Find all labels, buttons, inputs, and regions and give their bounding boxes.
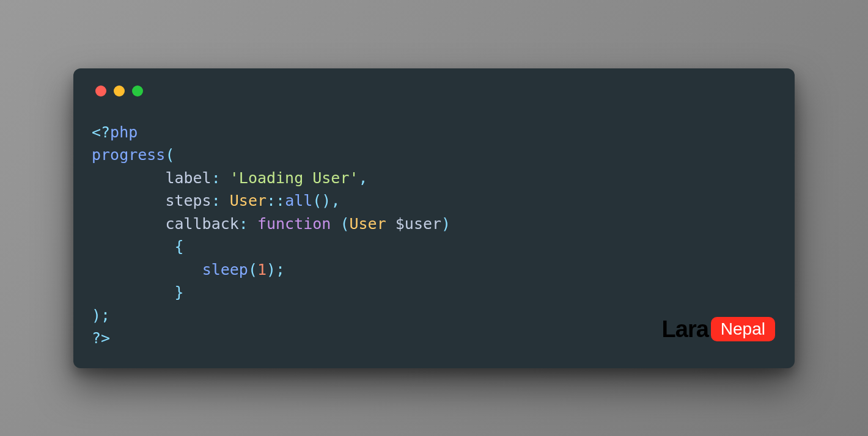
code-token: User (350, 215, 386, 233)
code-token: { (92, 238, 184, 255)
code-token: php (110, 123, 138, 141)
code-token: : (211, 192, 221, 209)
code-token: ; (101, 307, 110, 324)
code-token: ( (248, 261, 257, 278)
code-token: , (359, 169, 368, 187)
code-token: sleep (202, 261, 248, 278)
code-token: all (285, 192, 312, 209)
brand-logo: Lara Nepal (662, 316, 775, 343)
code-token: ( (340, 215, 349, 233)
code-token: progress (92, 146, 165, 164)
code-token: label (92, 169, 211, 187)
code-block: <?php progress( label: 'Loading User', s… (92, 121, 776, 350)
code-token: () (312, 192, 331, 209)
code-token: :: (267, 192, 285, 209)
code-token: User (230, 192, 267, 209)
code-token: steps (92, 192, 211, 209)
window-controls (92, 85, 776, 96)
code-token: ?> (92, 329, 110, 347)
code-window: <?php progress( label: 'Loading User', s… (73, 68, 795, 368)
code-token: : (239, 215, 248, 233)
code-token: : (211, 169, 221, 187)
close-icon[interactable] (95, 85, 106, 96)
code-token: ) (441, 215, 451, 233)
code-token: ) (92, 307, 101, 324)
code-token: 1 (257, 261, 267, 278)
code-token: $user (395, 215, 441, 233)
maximize-icon[interactable] (132, 85, 143, 96)
code-token: , (331, 192, 340, 209)
code-token: <? (92, 123, 110, 141)
code-token: ( (165, 146, 174, 164)
code-token: ) (267, 261, 276, 278)
code-token: function (257, 215, 331, 233)
code-token: ; (276, 261, 285, 278)
minimize-icon[interactable] (114, 85, 125, 96)
code-token: 'Loading User' (230, 169, 359, 187)
code-token: } (92, 283, 184, 301)
logo-text-lara: Lara (662, 316, 708, 343)
code-token: callback (92, 215, 239, 233)
logo-text-nepal: Nepal (711, 317, 775, 341)
